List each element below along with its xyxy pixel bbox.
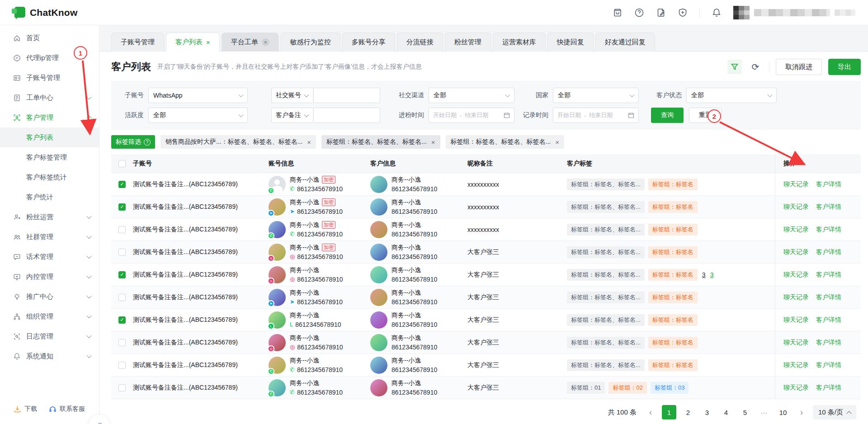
chat-history-link[interactable]: 聊天记录 [783,248,809,256]
close-icon[interactable]: × [307,139,311,146]
sidebar-item-customer-tag-mgmt[interactable]: 客户标签管理 [0,147,99,167]
row-checkbox[interactable]: ✓ [118,203,126,211]
fan-time-daterange[interactable]: 开始日期-结束日期 [429,108,514,123]
tab-3[interactable]: 敏感行为监控 [281,33,340,52]
close-icon[interactable]: × [431,139,435,146]
social-account-type-select[interactable]: 社交账号 [271,88,312,103]
page-size-select[interactable]: 10 条/页 [813,405,856,419]
tab-6[interactable]: 粉丝管理 [445,33,491,52]
sidebar-item-customer-tag-stats[interactable]: 客户标签统计 [0,167,99,187]
user-account-blurred[interactable] [733,6,855,19]
sub-account-select[interactable]: WhatsApp [148,88,248,103]
next-page-button[interactable]: › [795,405,808,419]
row-checkbox[interactable] [118,249,126,256]
chat-history-link[interactable]: 聊天记录 [783,384,809,392]
tab-9[interactable]: 好友通过回复 [595,33,655,52]
close-icon[interactable]: × [206,39,210,46]
prev-page-button[interactable]: ‹ [644,405,657,419]
social-account-input[interactable] [313,88,380,103]
sidebar-item-home[interactable]: 首页 [0,28,99,48]
sidebar-item-promotion[interactable]: 推广中心 [0,287,99,306]
tab-1[interactable]: 客户列表× [166,33,220,52]
chat-history-link[interactable]: 聊天记录 [783,339,809,347]
page-button-4[interactable]: 4 [719,405,733,419]
tag-filter-badge[interactable]: 标签筛选 ? [111,135,155,149]
edit-doc-icon[interactable] [656,8,666,18]
tab-2[interactable]: 平台工单× [222,33,279,52]
customer-detail-link[interactable]: 客户详情 [816,226,841,234]
customer-note-type-select[interactable]: 客户备注 [271,108,312,123]
chat-history-link[interactable]: 聊天记录 [783,226,809,234]
shield-plus-icon[interactable] [678,8,688,18]
download-button[interactable]: 下载 [14,405,37,413]
customer-detail-link[interactable]: 客户详情 [816,361,841,369]
sidebar-item-proxy-ip[interactable]: IP代理ip管理 [0,48,99,68]
row-checkbox[interactable] [118,226,126,233]
export-button[interactable]: 导出 [828,59,861,75]
row-checkbox[interactable] [118,384,126,391]
tag-filter-chip[interactable]: 销售商品按时大萨...：标签名、标签名、标签名...× [160,135,316,149]
sidebar-item-work-order[interactable]: 工单中心 [0,88,99,108]
sidebar-item-system-notice[interactable]: 系统通知 [0,346,99,366]
inbox-bag-icon[interactable] [613,8,623,18]
page-button-10[interactable]: 10 [776,405,790,419]
refresh-button[interactable]: ⟳ [748,60,763,74]
help-icon[interactable] [634,8,644,18]
close-icon[interactable]: × [555,139,559,146]
customer-detail-link[interactable]: 客户详情 [816,203,841,211]
sidebar-item-fans-ops[interactable]: 粉丝运营 [0,207,99,227]
reset-button[interactable]: 重置 [689,108,722,123]
customer-detail-link[interactable]: 客户详情 [816,339,841,347]
customer-detail-link[interactable]: 客户详情 [816,293,841,302]
page-button-2[interactable]: 2 [681,405,695,419]
sidebar-item-scripts[interactable]: 话术管理 [0,247,99,267]
social-channel-select[interactable]: 全部 [429,88,514,103]
row-checkbox[interactable]: ✓ [118,271,126,278]
tag-count-link[interactable]: 3 [702,271,706,278]
select-all-checkbox[interactable] [118,160,126,167]
row-checkbox[interactable] [118,339,126,346]
sidebar-item-customer-mgmt[interactable]: 客户管理 [0,108,99,127]
chat-history-link[interactable]: 聊天记录 [783,203,809,211]
customer-detail-link[interactable]: 客户详情 [816,316,841,324]
page-button-3[interactable]: 3 [700,405,714,419]
row-checkbox[interactable]: ✓ [118,316,126,324]
tab-0[interactable]: 子账号管理 [111,33,164,52]
sidebar-item-community[interactable]: 社群管理 [0,227,99,247]
chat-history-link[interactable]: 聊天记录 [783,361,809,369]
sidebar-item-organization[interactable]: 组织管理 [0,306,99,326]
country-select[interactable]: 全部 [553,88,639,103]
tab-5[interactable]: 分流链接 [397,33,443,52]
chat-history-link[interactable]: 聊天记录 [783,293,809,302]
chat-history-link[interactable]: 聊天记录 [783,180,809,188]
tab-8[interactable]: 快捷回复 [547,33,594,52]
activity-select[interactable]: 全部 [148,108,248,123]
page-button-5[interactable]: 5 [738,405,752,419]
record-time-daterange[interactable]: 开始日期-结束日期 [553,108,639,123]
chat-history-link[interactable]: 聊天记录 [783,271,809,279]
customer-status-select[interactable]: 全部 [686,88,777,103]
sidebar-item-logs[interactable]: 日志管理 [0,326,99,346]
sidebar-item-sub-account[interactable]: 子账号管理 [0,68,99,88]
customer-detail-link[interactable]: 客户详情 [816,180,841,188]
close-icon[interactable]: × [262,38,269,46]
filter-funnel-button[interactable] [727,60,742,74]
chat-history-link[interactable]: 聊天记录 [783,316,809,324]
tag-filter-chip[interactable]: 标签组：标签名、标签名、标签名...× [446,135,564,149]
customer-detail-link[interactable]: 客户详情 [816,248,841,256]
search-button[interactable]: 查询 [651,108,684,123]
tag-filter-chip[interactable]: 标签组：标签名、标签名、标签名...× [321,135,440,149]
customer-note-input[interactable] [313,108,380,123]
cancel-follow-button[interactable]: 取消跟进 [776,59,822,75]
sidebar-item-customer-list[interactable]: 客户列表 [0,127,99,147]
tab-4[interactable]: 多账号分享 [342,33,395,52]
tag-count-link[interactable]: 3 [710,271,714,278]
bell-icon[interactable] [712,8,722,18]
sidebar-item-internal-control[interactable]: 内控管理 [0,267,99,287]
row-checkbox[interactable] [118,294,126,301]
page-button-1[interactable]: 1 [662,405,676,419]
row-checkbox[interactable]: ✓ [118,181,126,188]
tab-7[interactable]: 运营素材库 [493,33,546,52]
contact-support-button[interactable]: 联系客服 [49,405,85,413]
row-checkbox[interactable] [118,362,126,369]
